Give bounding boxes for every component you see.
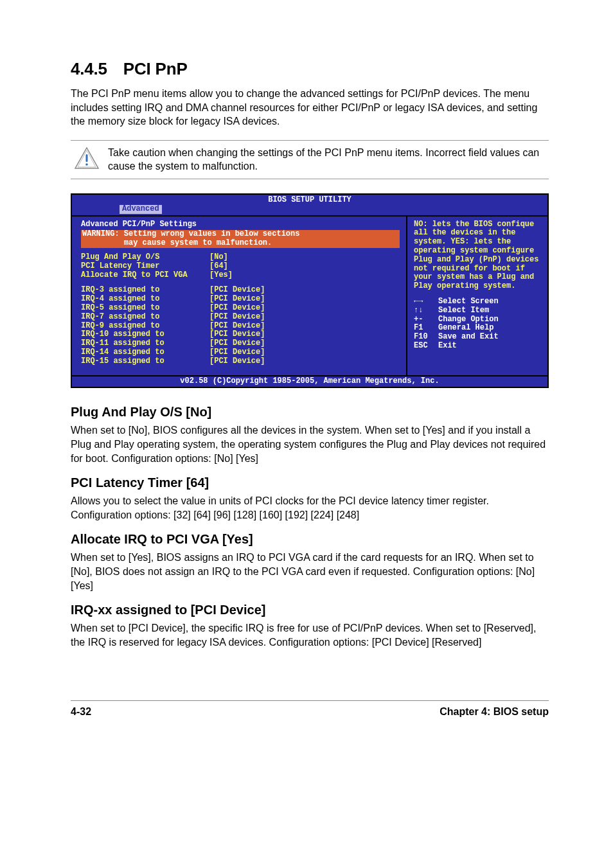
- bios-option-value: [64]: [209, 262, 228, 271]
- section-number: 4.4.5: [71, 59, 107, 78]
- bios-panel-title: Advanced PCI/PnP Settings: [81, 220, 400, 229]
- bios-option-row[interactable]: IRQ-9 assigned to[PCI Device]: [81, 322, 400, 331]
- arrows-lr-icon: ←→: [414, 297, 438, 306]
- bios-tab-advanced[interactable]: Advanced: [120, 205, 162, 214]
- bios-option-group: IRQ-3 assigned to[PCI Device] IRQ-4 assi…: [81, 286, 400, 366]
- bios-nav-row: ESCExit: [414, 342, 541, 351]
- option-desc: Allows you to select the value in units …: [71, 494, 549, 522]
- bios-option-label: IRQ-7 assigned to: [81, 313, 209, 322]
- bios-option-row[interactable]: IRQ-5 assigned to[PCI Device]: [81, 304, 400, 313]
- bios-option-label: IRQ-3 assigned to: [81, 286, 209, 295]
- bios-option-label: PCI Latency Timer: [81, 262, 209, 271]
- bios-option-row[interactable]: IRQ-7 assigned to[PCI Device]: [81, 313, 400, 322]
- option-heading: PCI Latency Timer [64]: [71, 474, 549, 492]
- bios-screenshot: BIOS SETUP UTILITY Advanced Advanced PCI…: [71, 193, 549, 388]
- bios-option-label: IRQ-11 assigned to: [81, 339, 209, 348]
- bios-option-row[interactable]: IRQ-14 assigned to[PCI Device]: [81, 348, 400, 357]
- bios-warning-line: WARNING: Setting wrong values in below s…: [82, 230, 398, 239]
- caution-icon: [73, 146, 100, 173]
- bios-option-value: [PCI Device]: [209, 304, 265, 313]
- bios-nav-row: +-Change Option: [414, 315, 541, 324]
- bios-option-value: [PCI Device]: [209, 286, 265, 295]
- bios-warning: WARNING: Setting wrong values in below s…: [81, 230, 400, 248]
- section-heading: 4.4.5 PCI PnP: [71, 58, 549, 80]
- bios-option-label: IRQ-15 assigned to: [81, 357, 209, 366]
- bios-option-label: IRQ-10 assigned to: [81, 330, 209, 339]
- bios-title: BIOS SETUP UTILITY: [72, 195, 547, 205]
- bios-nav-row: ↑↓Select Item: [414, 306, 541, 315]
- bios-option-value: [PCI Device]: [209, 322, 265, 331]
- svg-point-3: [85, 163, 88, 166]
- bios-option-label: Plug And Play O/S: [81, 253, 209, 262]
- page-number: 4-32: [71, 705, 91, 719]
- bios-option-label: IRQ-4 assigned to: [81, 295, 209, 304]
- bios-option-value: [PCI Device]: [209, 339, 265, 348]
- section-title: PCI PnP: [123, 59, 188, 78]
- option-heading: Plug And Play O/S [No]: [71, 403, 549, 421]
- bios-option-row[interactable]: IRQ-4 assigned to[PCI Device]: [81, 295, 400, 304]
- bios-option-row[interactable]: IRQ-11 assigned to[PCI Device]: [81, 339, 400, 348]
- bios-nav-hints: ←→Select Screen ↑↓Select Item +-Change O…: [414, 297, 541, 351]
- plus-minus-icon: +-: [414, 315, 438, 324]
- bios-copyright: v02.58 (C)Copyright 1985-2005, American …: [72, 376, 547, 387]
- bios-option-value: [PCI Device]: [209, 357, 265, 366]
- option-desc: When set to [Yes], BIOS assigns an IRQ t…: [71, 551, 549, 592]
- bios-option-row[interactable]: Allocate IRQ to PCI VGA [Yes]: [81, 271, 400, 280]
- bios-option-group: Plug And Play O/S [No] PCI Latency Timer…: [81, 253, 400, 279]
- option-heading: Allocate IRQ to PCI VGA [Yes]: [71, 531, 549, 548]
- chapter-label: Chapter 4: BIOS setup: [440, 705, 549, 719]
- bios-option-row[interactable]: IRQ-10 assigned to[PCI Device]: [81, 330, 400, 339]
- caution-note: Take caution when changing the settings …: [71, 140, 549, 179]
- bios-option-value: [PCI Device]: [209, 330, 265, 339]
- bios-nav-row: F10Save and Exit: [414, 333, 541, 342]
- bios-help-text: NO: lets the BIOS confique all the devic…: [414, 220, 541, 291]
- section-intro: The PCI PnP menu items allow you to chan…: [71, 87, 549, 128]
- option-desc: When set to [No], BIOS configures all th…: [71, 423, 549, 465]
- bios-option-value: [Yes]: [209, 271, 233, 280]
- arrows-ud-icon: ↑↓: [414, 306, 438, 315]
- bios-option-row[interactable]: Plug And Play O/S [No]: [81, 253, 400, 262]
- bios-option-row[interactable]: PCI Latency Timer [64]: [81, 262, 400, 271]
- bios-option-label: IRQ-14 assigned to: [81, 348, 209, 357]
- bios-option-label: IRQ-5 assigned to: [81, 304, 209, 313]
- bios-option-label: IRQ-9 assigned to: [81, 322, 209, 331]
- option-heading: IRQ-xx assigned to [PCI Device]: [71, 601, 549, 619]
- option-desc: When set to [PCI Device], the specific I…: [71, 621, 549, 649]
- bios-option-label: Allocate IRQ to PCI VGA: [81, 271, 209, 280]
- bios-option-value: [PCI Device]: [209, 348, 265, 357]
- caution-text: Take caution when changing the settings …: [100, 146, 549, 173]
- bios-option-row[interactable]: IRQ-3 assigned to[PCI Device]: [81, 286, 400, 295]
- page-footer: 4-32 Chapter 4: BIOS setup: [71, 700, 549, 719]
- bios-nav-row: ←→Select Screen: [414, 297, 541, 306]
- bios-option-row[interactable]: IRQ-15 assigned to[PCI Device]: [81, 357, 400, 366]
- svg-rect-2: [86, 154, 88, 162]
- bios-option-value: [PCI Device]: [209, 295, 265, 304]
- bios-nav-row: F1General Help: [414, 324, 541, 333]
- bios-option-value: [PCI Device]: [209, 313, 265, 322]
- bios-warning-line: may cause system to malfunction.: [82, 239, 398, 248]
- bios-option-value: [No]: [209, 253, 228, 262]
